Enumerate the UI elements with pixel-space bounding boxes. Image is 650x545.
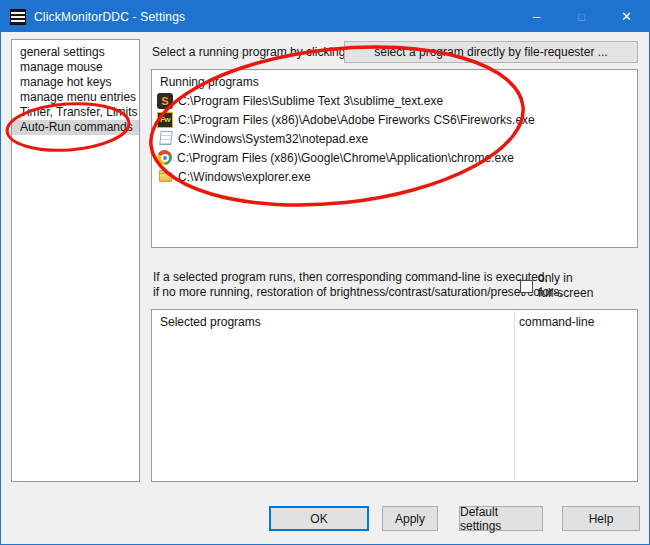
ok-button[interactable]: OK xyxy=(269,506,369,531)
file-requester-button[interactable]: select a program directly by file-reques… xyxy=(344,41,638,63)
command-line-info-line1: If a selected program runs, then corresp… xyxy=(153,270,548,284)
selected-programs-header: Selected programs xyxy=(160,315,261,329)
program-path: C:\Program Files (x86)\Adobe\Adobe Firew… xyxy=(178,113,535,127)
running-program-row-notepad[interactable]: C:\Windows\System32\notepad.exe xyxy=(152,129,637,148)
maximize-button: □ xyxy=(559,1,604,32)
notepad-icon xyxy=(157,131,173,147)
column-divider xyxy=(514,311,515,480)
app-icon xyxy=(10,9,26,25)
explorer-icon xyxy=(157,169,173,185)
minimize-button[interactable]: – xyxy=(514,1,559,32)
select-running-program-hint: Select a running program by clicking xyxy=(152,45,345,59)
fireworks-icon: Fw xyxy=(157,112,173,128)
fullscreen-checkbox-label-line1: only in xyxy=(538,271,573,285)
sidebar-item-auto-run-commands[interactable]: Auto-Run commands xyxy=(12,120,139,135)
only-in-fullscreen-checkbox[interactable] xyxy=(520,280,533,293)
default-settings-button[interactable]: Default settings xyxy=(459,506,543,531)
running-program-row-fireworks[interactable]: Fw C:\Program Files (x86)\Adobe\Adobe Fi… xyxy=(152,110,637,129)
sidebar-item-manage-mouse[interactable]: manage mouse xyxy=(12,60,139,75)
sidebar-item-manage-hot-keys[interactable]: manage hot keys xyxy=(12,75,139,90)
fullscreen-checkbox-label-line2: full-screen xyxy=(538,286,593,300)
sidebar-item-manage-menu-entries[interactable]: manage menu entries xyxy=(12,90,139,105)
command-line-column-header: command-line xyxy=(519,315,594,329)
running-program-row-chrome[interactable]: C:\Program Files (x86)\Google\Chrome\App… xyxy=(152,148,637,167)
program-path: C:\Program Files\Sublime Text 3\sublime_… xyxy=(178,94,443,108)
title-bar: ClickMonitorDDC - Settings – □ ✕ xyxy=(1,1,649,32)
help-button[interactable]: Help xyxy=(562,506,640,531)
running-programs-list: Running programs S C:\Program Files\Subl… xyxy=(151,69,638,248)
selected-programs-list[interactable]: Selected programs command-line xyxy=(151,309,638,482)
command-line-info-line2: if no more running, restoration of brigh… xyxy=(153,285,563,299)
settings-category-list: general settings manage mouse manage hot… xyxy=(11,39,140,482)
window-title: ClickMonitorDDC - Settings xyxy=(34,10,185,24)
settings-window: ClickMonitorDDC - Settings – □ ✕ general… xyxy=(0,0,650,545)
program-path: C:\Windows\explorer.exe xyxy=(178,170,311,184)
program-path: C:\Program Files (x86)\Google\Chrome\App… xyxy=(177,151,514,165)
apply-button[interactable]: Apply xyxy=(382,506,438,531)
program-path: C:\Windows\System32\notepad.exe xyxy=(178,132,368,146)
running-programs-header: Running programs xyxy=(152,70,637,91)
sidebar-item-timer-transfer-limits[interactable]: Timer, Transfer, Limits xyxy=(12,105,139,120)
caption-buttons: – □ ✕ xyxy=(514,1,649,32)
chrome-icon xyxy=(157,150,172,165)
close-button[interactable]: ✕ xyxy=(604,1,649,32)
sublime-text-icon: S xyxy=(157,93,173,109)
running-program-row-sublime[interactable]: S C:\Program Files\Sublime Text 3\sublim… xyxy=(152,91,637,110)
running-program-row-explorer[interactable]: C:\Windows\explorer.exe xyxy=(152,167,637,186)
sidebar-item-general-settings[interactable]: general settings xyxy=(12,45,139,60)
